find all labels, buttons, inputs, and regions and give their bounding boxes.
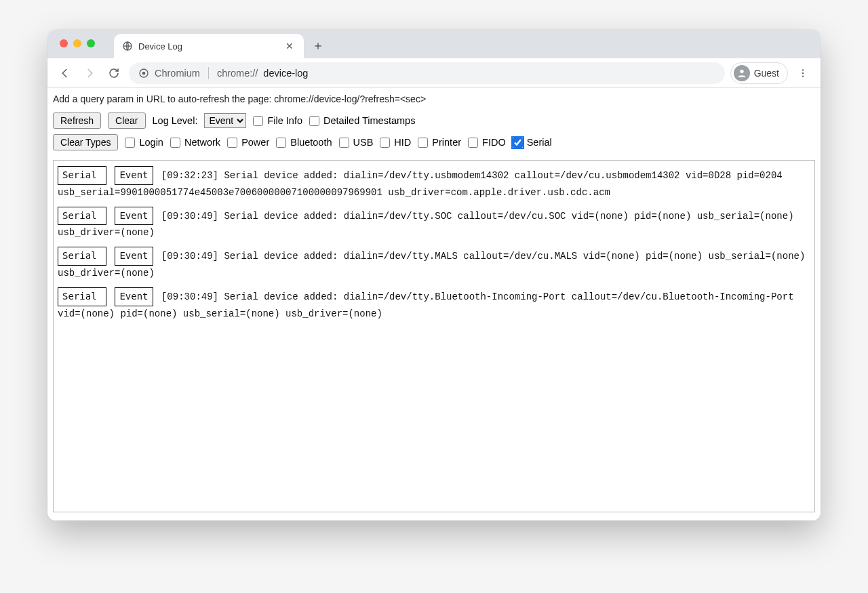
menu-button[interactable] bbox=[793, 68, 812, 79]
browser-window: Device Log ✕ ＋ Chromium chrome://device-… bbox=[47, 30, 821, 520]
forward-button[interactable] bbox=[80, 64, 99, 83]
clear-types-button[interactable]: Clear Types bbox=[53, 134, 118, 150]
svg-point-5 bbox=[802, 72, 804, 73]
entry-level-badge: Event bbox=[115, 287, 153, 306]
svg-point-3 bbox=[740, 69, 743, 73]
log-level-select[interactable]: Event bbox=[204, 113, 246, 128]
entry-time: [09:30:49] bbox=[161, 211, 218, 222]
entry-time: [09:30:49] bbox=[161, 251, 218, 262]
profile-chip[interactable]: Guest bbox=[730, 62, 788, 84]
entry-time: [09:32:23] bbox=[161, 170, 218, 181]
detailed-timestamps-checkbox[interactable]: Detailed Timestamps bbox=[309, 115, 415, 126]
url-separator bbox=[208, 67, 209, 79]
log-panel: Serial Event [09:32:23] Serial device ad… bbox=[53, 160, 815, 512]
maximize-window-button[interactable] bbox=[87, 39, 95, 47]
svg-point-2 bbox=[142, 71, 146, 75]
svg-point-4 bbox=[802, 69, 804, 70]
avatar-icon bbox=[734, 65, 750, 81]
entry-type-badge: Serial bbox=[58, 207, 106, 226]
controls-row-1: Refresh Clear Log Level: Event File Info… bbox=[53, 110, 815, 131]
log-entry: Serial Event [09:32:23] Serial device ad… bbox=[54, 165, 814, 205]
minimize-window-button[interactable] bbox=[73, 39, 81, 47]
entry-level-badge: Event bbox=[115, 207, 153, 226]
entry-type-badge: Serial bbox=[58, 166, 106, 185]
clear-button[interactable]: Clear bbox=[108, 113, 145, 129]
log-level-label: Log Level: bbox=[153, 115, 198, 126]
type-power[interactable]: Power bbox=[227, 137, 269, 148]
reload-button[interactable] bbox=[104, 64, 123, 83]
url-path: device-log bbox=[263, 68, 308, 79]
detailed-timestamps-input[interactable] bbox=[309, 116, 319, 126]
url-scheme: chrome:// bbox=[217, 68, 258, 79]
new-tab-button[interactable]: ＋ bbox=[308, 35, 328, 56]
profile-label: Guest bbox=[754, 68, 779, 79]
tab-title: Device Log bbox=[138, 41, 278, 52]
browser-toolbar: Chromium chrome://device-log Guest bbox=[47, 58, 821, 88]
window-controls bbox=[60, 39, 95, 47]
type-login[interactable]: Login bbox=[125, 137, 163, 148]
close-window-button[interactable] bbox=[60, 39, 68, 47]
detailed-timestamps-label: Detailed Timestamps bbox=[323, 115, 415, 126]
entry-type-badge: Serial bbox=[58, 287, 106, 306]
refresh-hint: Add a query param in URL to auto-refresh… bbox=[53, 92, 815, 110]
address-bar[interactable]: Chromium chrome://device-log bbox=[129, 62, 725, 84]
close-tab-icon[interactable]: ✕ bbox=[283, 41, 296, 52]
type-fido[interactable]: FIDO bbox=[468, 137, 506, 148]
url-host: Chromium bbox=[155, 68, 200, 79]
entry-level-badge: Event bbox=[115, 166, 153, 185]
back-button[interactable] bbox=[56, 64, 75, 83]
log-entry: Serial Event [09:30:49] Serial device ad… bbox=[54, 245, 814, 286]
type-network[interactable]: Network bbox=[170, 137, 220, 148]
file-info-label: File Info bbox=[267, 115, 302, 126]
titlebar: Device Log ✕ ＋ bbox=[47, 30, 821, 58]
svg-point-6 bbox=[802, 75, 804, 77]
entry-type-badge: Serial bbox=[58, 247, 106, 266]
type-usb[interactable]: USB bbox=[339, 137, 374, 148]
file-info-input[interactable] bbox=[253, 116, 263, 126]
chrome-icon bbox=[138, 68, 149, 79]
log-entry: Serial Event [09:30:49] Serial device ad… bbox=[54, 205, 814, 246]
file-info-checkbox[interactable]: File Info bbox=[253, 115, 302, 126]
globe-icon bbox=[122, 41, 133, 52]
controls-row-2: Clear Types Login Network Power Bluetoot… bbox=[53, 131, 815, 153]
type-hid[interactable]: HID bbox=[380, 137, 411, 148]
refresh-button[interactable]: Refresh bbox=[53, 113, 101, 129]
browser-tab[interactable]: Device Log ✕ bbox=[114, 34, 304, 58]
log-entry: Serial Event [09:30:49] Serial device ad… bbox=[54, 286, 814, 327]
entry-level-badge: Event bbox=[115, 247, 153, 266]
page-content: Add a query param in URL to auto-refresh… bbox=[47, 88, 821, 520]
type-bluetooth[interactable]: Bluetooth bbox=[276, 137, 332, 148]
entry-time: [09:30:49] bbox=[161, 291, 218, 302]
type-serial[interactable]: Serial bbox=[513, 137, 552, 148]
type-printer[interactable]: Printer bbox=[418, 137, 461, 148]
